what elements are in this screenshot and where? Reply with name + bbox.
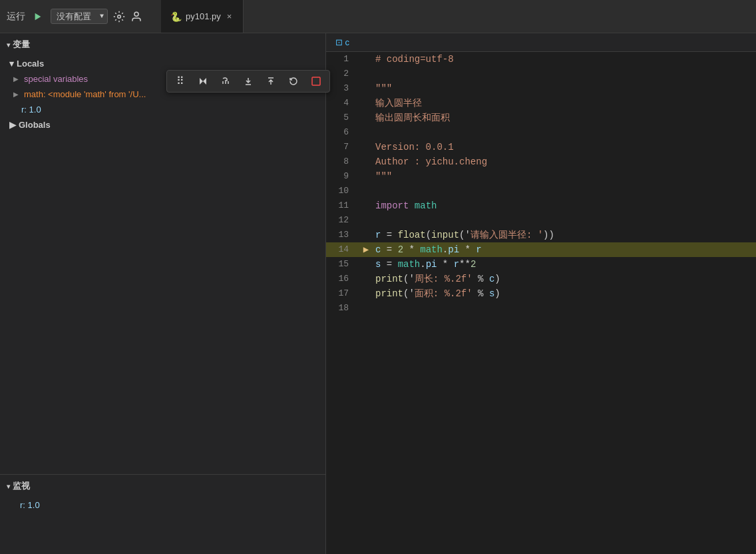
line-number-1: 1 [326,52,359,67]
play-button[interactable] [31,9,45,24]
code-text-9: """ [373,169,756,184]
tab-close-button[interactable]: × [225,10,234,23]
r-label: r: 1.0 [21,105,41,115]
debug-continue-button[interactable] [195,73,211,89]
code-text-17: print('面积: %.2f' % s) [373,286,756,301]
code-line-10: 10 [326,184,756,198]
debug-restart-button[interactable] [285,73,301,89]
line-number-7: 7 [326,140,359,154]
globals-label: Globals [19,120,51,130]
top-toolbar: 运行 没有配置 🐍 py101.py × [0,0,756,33]
code-line-12: 12 [326,213,756,228]
code-text-15: s = math.pi * r**2 [373,257,756,272]
line-number-12: 12 [326,213,359,228]
svg-point-1 [118,15,121,18]
code-line-9: 9""" [326,169,756,184]
editor-header: ⊡ c [326,33,756,52]
watch-title: 监视 [13,480,30,492]
math-label: math: <module 'math' from '/U... [24,89,146,99]
line-number-16: 16 [326,272,359,286]
debug-grid-button[interactable]: ⠿ [172,73,188,89]
code-container: 1# coding=utf-823"""4输入圆半径5输出圆周长和面积67Ver… [326,52,756,316]
code-line-4: 4输入圆半径 [326,96,756,111]
code-line-5: 5输出圆周长和面积 [326,111,756,125]
python-file-icon: 🐍 [170,11,182,22]
svg-marker-0 [35,13,41,20]
line-number-13: 13 [326,228,359,242]
tab-area: 🐍 py101.py × [161,0,244,33]
debug-toolbar: ⠿ [166,70,330,93]
special-label: special variables [24,74,88,84]
line-number-17: 17 [326,286,359,301]
watch-header[interactable]: ▾ 监视 [0,475,325,497]
globals-chevron: ▶ [9,120,16,130]
code-line-6: 6 [326,125,756,140]
code-line-14: 14▶c = 2 * math.pi * r [326,242,756,257]
code-line-17: 17print('面积: %.2f' % s) [326,286,756,301]
variables-header[interactable]: ▾ 变量 [0,33,325,56]
code-line-13: 13r = float(input('请输入圆半径: ')) [326,228,756,242]
line-number-2: 2 [326,67,359,81]
line-number-8: 8 [326,154,359,169]
gear-icon[interactable] [113,11,125,23]
left-panel: ▾ 变量 ▾ Locals ▶ special variables ▶ math… [0,33,326,554]
editor-panel[interactable]: ⊡ c 1# coding=utf-823"""4输入圆半径5输出圆周长和面积6… [326,33,756,554]
line-number-4: 4 [326,96,359,111]
code-text-5: 输出圆周长和面积 [373,111,756,125]
math-chevron: ▶ [13,91,21,98]
globals-header[interactable]: ▶ Globals [0,117,325,133]
line-number-10: 10 [326,184,359,198]
watch-r-value: r: 1.0 [20,500,40,510]
locals-label: Locals [17,59,44,69]
debug-step-over-button[interactable] [218,73,234,89]
locals-chevron: ▾ [9,59,14,69]
code-line-2: 2 [326,67,756,81]
code-text-1: # coding=utf-8 [373,52,756,67]
code-text-3: """ [373,81,756,96]
code-line-8: 8Author : yichu.cheng [326,154,756,169]
watch-chevron: ▾ [7,483,10,490]
code-text-8: Author : yichu.cheng [373,154,756,169]
code-line-7: 7Version: 0.0.1 [326,140,756,154]
line-number-3: 3 [326,81,359,96]
tab-py101[interactable]: 🐍 py101.py × [161,0,244,33]
debug-stop-button[interactable] [308,73,324,89]
tab-filename: py101.py [186,11,221,21]
code-line-1: 1# coding=utf-8 [326,52,756,67]
person-icon[interactable] [130,11,142,23]
code-text-13: r = float(input('请输入圆半径: ')) [373,228,756,242]
svg-rect-3 [312,77,320,85]
line-number-15: 15 [326,257,359,272]
line-number-6: 6 [326,125,359,140]
variables-title: 变量 [13,39,30,51]
locals-header[interactable]: ▾ Locals [0,56,325,71]
debug-step-into-button[interactable] [240,73,256,89]
code-line-11: 11import math [326,198,756,213]
debug-arrow-14: ▶ [359,242,373,257]
code-text-14: c = 2 * math.pi * r [373,242,756,257]
debug-step-out-button[interactable] [263,73,279,89]
code-text-11: import math [373,198,756,213]
code-line-15: 15s = math.pi * r**2 [326,257,756,272]
config-select[interactable]: 没有配置 [51,9,108,24]
svg-point-2 [134,12,138,16]
line-number-11: 11 [326,198,359,213]
code-text-4: 输入圆半径 [373,96,756,111]
special-chevron: ▶ [13,75,21,83]
r-variable-item[interactable]: r: 1.0 [0,102,325,117]
code-line-16: 16print('周长: %.2f' % c) [326,272,756,286]
line-number-18: 18 [326,301,359,316]
code-line-18: 18 [326,301,756,316]
line-number-14: 14 [326,242,359,257]
variables-section: ▾ 变量 ▾ Locals ▶ special variables ▶ math… [0,33,325,474]
watch-r-item: r: 1.0 [0,497,325,513]
line-number-9: 9 [326,169,359,184]
config-wrapper: 没有配置 [51,9,108,24]
watch-section: ▾ 监视 r: 1.0 [0,474,325,554]
line-number-5: 5 [326,111,359,125]
code-text-7: Version: 0.0.1 [373,140,756,154]
main-content: ▾ 变量 ▾ Locals ▶ special variables ▶ math… [0,33,756,554]
code-text-16: print('周长: %.2f' % c) [373,272,756,286]
code-line-3: 3""" [326,81,756,96]
breadcrumb: ⊡ c [335,37,349,47]
